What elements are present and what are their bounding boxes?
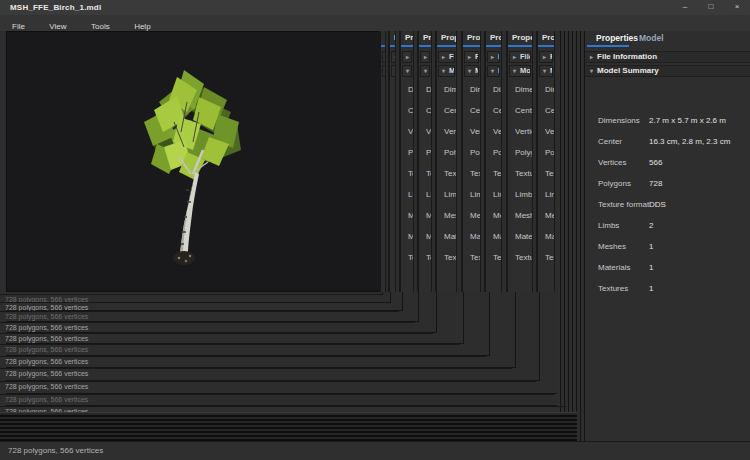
statusbar-repaint-row: 728 polygons, 566 vertices (0, 302, 387, 311)
property-label: Texture format (598, 194, 649, 215)
property-label: Textures (598, 278, 628, 299)
property-label: Dimensions (598, 110, 640, 131)
panel-repaint-slice: Properties▸File Information▾Model Summar… (536, 31, 555, 292)
property-value: 1 (649, 257, 653, 278)
property-value: 1 (649, 236, 653, 257)
active-tab-underline (587, 45, 629, 47)
property-row[interactable]: Polygons728 (585, 173, 750, 194)
vertical-repaint-stripes (557, 31, 584, 441)
statusbar-repaint-row: 728 polygons, 566 vertices (0, 322, 415, 333)
property-value: 566 (649, 152, 662, 173)
chevron-right-icon: ▸ (590, 54, 593, 60)
panel-repaint-slice: Properties▸File Information▾Model Summar… (379, 31, 386, 292)
app-window: MSH_FFE_Birch_1.mdl – □ × File View Tool… (0, 0, 750, 460)
section-label: Model Summary (597, 66, 659, 75)
minimize-button[interactable]: – (672, 0, 698, 15)
panel-repaint-slice: Properties▸File Information▾Model Summar… (435, 31, 457, 292)
property-row[interactable]: Center16.3 cm, 2.8 m, 2.3 cm (585, 131, 750, 152)
statusbar-repaint-row: 728 polygons, 566 vertices (0, 333, 433, 344)
panel-repaint-slice: Properties▸File Information▾Model Summar… (461, 31, 481, 292)
property-row[interactable]: Vertices566 (585, 152, 750, 173)
status-text: 728 polygons, 566 vertices (8, 442, 103, 459)
tab-properties[interactable]: Properties (596, 31, 638, 45)
statusbar-repaint-row: 728 polygons, 566 vertices (0, 368, 512, 381)
property-row[interactable]: Dimensions2.7 m x 5.7 m x 2.6 m (585, 110, 750, 131)
property-row[interactable]: Limbs2 (585, 215, 750, 236)
property-label: Limbs (598, 215, 619, 236)
property-row[interactable]: Meshes1 (585, 236, 750, 257)
tab-model[interactable]: Model (639, 31, 664, 45)
property-value: 2.7 m x 5.7 m x 2.6 m (649, 110, 726, 131)
statusbar-repaint-row: 728 polygons, 566 vertices (0, 311, 399, 322)
window-controls: – □ × (672, 0, 750, 15)
maximize-button[interactable]: □ (698, 0, 724, 15)
chevron-down-icon: ▾ (590, 68, 593, 74)
panel-repaint-slice: Properties▸File Information▾Model Summar… (388, 31, 396, 292)
statusbar-repaint-row: 728 polygons, 566 vertices (0, 294, 379, 302)
panel-repaint-slice: Properties▸File Information▾Model Summar… (417, 31, 432, 292)
property-value: DDS (649, 194, 666, 215)
statusbar-repaint-row: 728 polygons, 566 vertices (0, 356, 486, 368)
property-row[interactable]: Materials1 (585, 257, 750, 278)
statusbar-repaint-row: 728 polygons, 566 vertices (0, 344, 460, 356)
window-title: MSH_FFE_Birch_1.mdl (10, 0, 101, 15)
property-row[interactable]: Texture formatDDS (585, 194, 750, 215)
property-value: 2 (649, 215, 653, 236)
panel-repaint-slice: Properties▸File Information▾Model Summar… (399, 31, 414, 292)
property-row[interactable]: Textures1 (585, 278, 750, 299)
statusbar-repaint-row: 728 polygons, 566 vertices (0, 394, 554, 406)
section-label: File Information (597, 52, 657, 61)
property-label: Materials (598, 257, 630, 278)
statusbar-repaint-row: 728 polygons, 566 vertices (0, 381, 536, 394)
property-value: 16.3 cm, 2.8 m, 2.3 cm (649, 131, 730, 152)
section-model-summary[interactable]: ▾Model Summary (585, 65, 750, 77)
close-button[interactable]: × (724, 0, 750, 15)
status-bar: 728 polygons, 566 vertices (0, 441, 750, 460)
panel-repaint-slice: Properties▸File Information▾Model Summar… (484, 31, 502, 292)
model-viewport[interactable] (6, 31, 380, 292)
property-value: 728 (649, 173, 662, 194)
tree-model-image (129, 62, 259, 277)
horizontal-repaint-stripes (0, 412, 577, 441)
property-label: Center (598, 131, 622, 152)
property-value: 1 (649, 278, 653, 299)
property-label: Meshes (598, 236, 626, 257)
title-bar[interactable]: MSH_FFE_Birch_1.mdl – □ × (0, 0, 750, 15)
property-label: Vertices (598, 152, 626, 173)
properties-panel: Properties Model ▸File Information ▾Mode… (584, 31, 750, 441)
model-summary-fields: Dimensions2.7 m x 5.7 m x 2.6 mCenter16.… (585, 110, 750, 299)
content-area: Properties▸File Information▾Model Summar… (0, 31, 750, 441)
section-file-information[interactable]: ▸File Information (585, 51, 750, 63)
property-label: Polygons (598, 173, 631, 194)
panel-repaint-slice: Properties▸File Information▾Model Summar… (506, 31, 533, 292)
menu-bar: File View Tools Help (0, 15, 750, 31)
